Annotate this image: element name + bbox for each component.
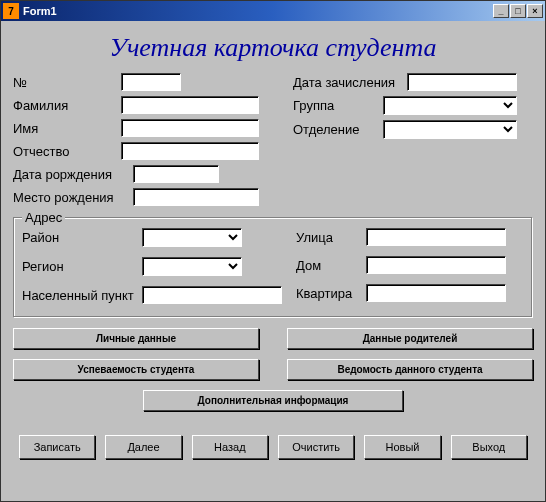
nav-row-1: Личные данные Данные родителей (13, 328, 533, 349)
group-label: Группа (293, 97, 383, 114)
new-button[interactable]: Новый (364, 435, 440, 459)
back-button[interactable]: Назад (192, 435, 268, 459)
name-input[interactable] (121, 119, 259, 137)
exit-button[interactable]: Выход (451, 435, 527, 459)
region-label: Регион (22, 258, 142, 275)
record-button[interactable]: Ведомость данного студента (287, 359, 533, 380)
otch-input[interactable] (121, 142, 259, 160)
nav-row-2: Успеваемость студента Ведомость данного … (13, 359, 533, 380)
extra-button[interactable]: Дополнительная информация (143, 390, 403, 411)
group-select[interactable] (383, 96, 517, 115)
fam-label: Фамилия (13, 97, 121, 114)
dept-select[interactable] (383, 120, 517, 139)
name-label: Имя (13, 120, 121, 137)
num-label: № (13, 74, 121, 91)
parents-button[interactable]: Данные родителей (287, 328, 533, 349)
window: 7 Form1 _ □ × Учетная карточка студента … (0, 0, 546, 502)
window-controls: _ □ × (493, 4, 543, 18)
address-fieldset: Адрес Район Регион Населенный пункт (13, 217, 533, 318)
otch-label: Отчество (13, 143, 121, 160)
rayon-label: Район (22, 229, 142, 246)
house-label: Дом (296, 257, 366, 274)
street-input[interactable] (366, 228, 506, 246)
town-label: Населенный пункт (22, 287, 142, 304)
progress-button[interactable]: Успеваемость студента (13, 359, 259, 380)
num-input[interactable] (121, 73, 181, 91)
region-select[interactable] (142, 257, 242, 276)
clear-button[interactable]: Очистить (278, 435, 354, 459)
fam-input[interactable] (121, 96, 259, 114)
close-button[interactable]: × (527, 4, 543, 18)
page-title: Учетная карточка студента (13, 29, 533, 73)
titlebar: 7 Form1 _ □ × (1, 1, 545, 21)
right-column: Дата зачисления Группа Отделение (293, 73, 533, 211)
enroll-label: Дата зачисления (293, 74, 407, 91)
enroll-input[interactable] (407, 73, 517, 91)
rayon-select[interactable] (142, 228, 242, 247)
house-input[interactable] (366, 256, 506, 274)
maximize-button[interactable]: □ (510, 4, 526, 18)
left-column: № Фамилия Имя Отчество Дата рорждения (13, 73, 273, 211)
flat-input[interactable] (366, 284, 506, 302)
top-grid: № Фамилия Имя Отчество Дата рорждения (13, 73, 533, 211)
personal-button[interactable]: Личные данные (13, 328, 259, 349)
address-legend: Адрес (22, 210, 65, 225)
minimize-button[interactable]: _ (493, 4, 509, 18)
dept-label: Отделение (293, 121, 383, 138)
app-icon: 7 (3, 3, 19, 19)
dob-input[interactable] (133, 165, 219, 183)
bottom-bar: Записать Далее Назад Очистить Новый Выхо… (13, 435, 533, 459)
dob-label: Дата рорждения (13, 166, 133, 183)
pob-label: Место рождения (13, 189, 133, 206)
window-title: Form1 (23, 5, 493, 17)
flat-label: Квартира (296, 285, 366, 302)
next-button[interactable]: Далее (105, 435, 181, 459)
town-input[interactable] (142, 286, 282, 304)
form-body: Учетная карточка студента № Фамилия Имя … (1, 21, 545, 501)
save-button[interactable]: Записать (19, 435, 95, 459)
street-label: Улица (296, 229, 366, 246)
pob-input[interactable] (133, 188, 259, 206)
